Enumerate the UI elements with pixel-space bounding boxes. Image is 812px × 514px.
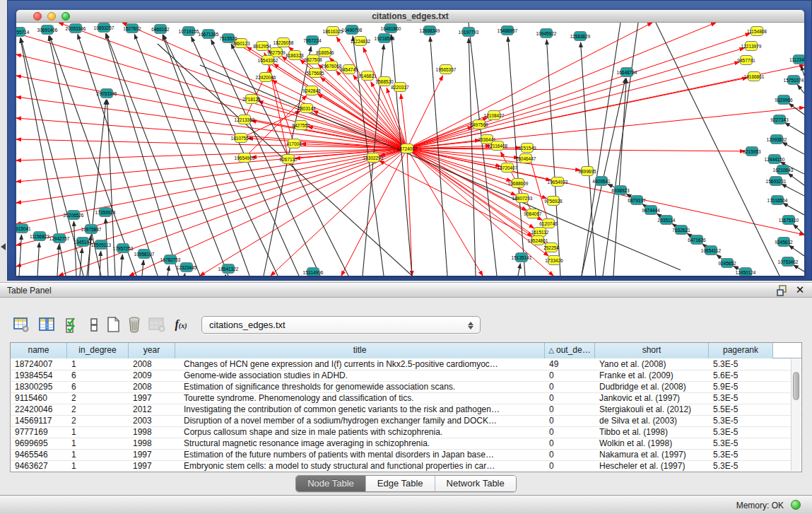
table-row[interactable]: 946554611997Estimation of the future num…: [11, 450, 801, 461]
table-cell[interactable]: 0: [545, 393, 595, 404]
table-cell[interactable]: 0: [545, 450, 595, 460]
network-node[interactable]: 10688609: [508, 179, 529, 188]
table-cell[interactable]: 1998: [129, 427, 175, 438]
table-cell[interactable]: 2008: [129, 359, 175, 370]
table-cell[interactable]: 9465546: [11, 450, 67, 460]
table-cell[interactable]: 9699695: [11, 438, 67, 449]
table-cell[interactable]: Estimation of significance thresholds fo…: [175, 382, 545, 392]
network-node[interactable]: 10197793: [459, 28, 479, 37]
network-node[interactable]: 10654112: [701, 246, 722, 255]
network-node[interactable]: 10719155: [179, 27, 199, 36]
network-node[interactable]: 1345194: [73, 238, 92, 247]
table-cell[interactable]: 0: [545, 427, 595, 438]
network-node[interactable]: 6120746: [539, 219, 558, 228]
table-row[interactable]: 1830029562008Estimation of significance …: [11, 382, 801, 393]
network-node[interactable]: 8267110: [280, 155, 298, 164]
tab-node-table[interactable]: Node Table: [296, 476, 366, 491]
network-node[interactable]: 9329966: [775, 95, 793, 105]
network-node[interactable]: 9457791: [737, 56, 755, 65]
table-cell[interactable]: Corpus callosum shape and size in male p…: [175, 427, 545, 438]
network-node[interactable]: 12444150: [765, 155, 785, 164]
network-node[interactable]: 8186328: [286, 51, 304, 60]
table-cell[interactable]: Tourette syndrome. Phenomenology and cla…: [175, 393, 545, 404]
network-node[interactable]: 11583829: [570, 32, 591, 41]
network-node[interactable]: 11123450: [789, 55, 804, 64]
network-node[interactable]: 1733426: [545, 256, 563, 265]
network-node[interactable]: 8454749: [340, 65, 358, 74]
column-header-title[interactable]: title: [175, 343, 545, 358]
network-node[interactable]: 12668349: [420, 26, 440, 35]
table-cell[interactable]: 0: [545, 370, 595, 381]
network-node[interactable]: 10975887: [81, 225, 102, 234]
network-node[interactable]: 9227343: [770, 115, 789, 124]
column-header-out_de[interactable]: △out_de…: [545, 343, 595, 358]
network-node[interactable]: 8427552: [292, 121, 310, 130]
column-header-short[interactable]: short: [595, 343, 709, 358]
network-node[interactable]: 18541322: [218, 264, 239, 274]
table-cell[interactable]: 0: [545, 382, 595, 392]
table-row[interactable]: 1872400712008Changes of HCN gene express…: [11, 359, 801, 370]
table-cell[interactable]: 1: [67, 427, 129, 438]
table-cell[interactable]: 18300295: [11, 382, 67, 392]
table-cell[interactable]: Estimation of the future numbers of pati…: [175, 450, 545, 460]
table-cell[interactable]: 5.5E-5: [709, 404, 773, 415]
network-node[interactable]: 8220317: [391, 83, 409, 92]
network-node[interactable]: 15693231: [766, 177, 787, 186]
table-cell[interactable]: 22420046: [11, 404, 67, 415]
column-header-year[interactable]: year: [129, 343, 175, 358]
column-header-pagerank[interactable]: pagerank: [709, 343, 773, 358]
network-node[interactable]: 6471626: [688, 235, 706, 245]
network-node[interactable]: 2935114: [658, 216, 676, 225]
network-node[interactable]: 9899695: [578, 167, 596, 176]
table-cell[interactable]: 2: [67, 393, 129, 404]
network-node[interactable]: 3915041: [16, 224, 31, 233]
table-cell[interactable]: 1: [67, 359, 129, 370]
table-cell[interactable]: 9463627: [11, 461, 67, 472]
table-cell[interactable]: 49: [545, 359, 595, 370]
table-cell[interactable]: 5.9E-5: [709, 382, 773, 392]
network-node[interactable]: 18616325: [323, 27, 343, 36]
table-cell[interactable]: 5.3E-5: [709, 359, 773, 370]
table-cell[interactable]: 14569117: [11, 416, 67, 426]
network-node[interactable]: 10653257: [94, 23, 114, 33]
network-node[interactable]: 8938923: [611, 186, 630, 195]
network-node[interactable]: 252254: [543, 243, 559, 252]
network-window-titlebar[interactable]: citations_edges.txt: [16, 10, 804, 23]
table-row[interactable]: 2242004622012Investigating the contribut…: [11, 404, 801, 416]
table-cell[interactable]: Hescheler et al. (1997): [595, 461, 709, 472]
network-node[interactable]: 6466162: [151, 25, 170, 34]
table-cell[interactable]: 6: [67, 382, 129, 392]
table-row[interactable]: 911546021997Tourette syndrome. Phenomeno…: [11, 393, 801, 404]
network-node[interactable]: 2718126: [242, 95, 261, 104]
network-node[interactable]: 12108427: [484, 111, 505, 120]
network-node[interactable]: 16461860: [381, 24, 401, 33]
close-icon[interactable]: ✕: [794, 284, 806, 296]
table-cell[interactable]: Wolkin et al. (1998): [595, 438, 709, 449]
function-builder-icon[interactable]: f(x): [171, 315, 191, 334]
network-node[interactable]: 10753462: [778, 257, 799, 267]
unselect-all-icon[interactable]: [84, 315, 104, 334]
table-cell[interactable]: 5.3E-5: [709, 438, 773, 449]
table-cell[interactable]: de Silva et al. (2003): [595, 416, 709, 426]
network-node[interactable]: 12093832: [767, 135, 787, 144]
network-node[interactable]: 30691406: [37, 25, 58, 35]
table-cell[interactable]: 1997: [129, 450, 175, 460]
network-node[interactable]: 11156823: [30, 232, 49, 241]
network-node[interactable]: 5175685: [306, 69, 324, 78]
network-canvas[interactable]: 1872400798601238912954182260589827509165…: [16, 23, 804, 276]
table-cell[interactable]: 2008: [129, 382, 175, 392]
network-node[interactable]: 15314996: [303, 268, 324, 276]
network-node[interactable]: 7632621: [672, 226, 690, 235]
table-cell[interactable]: 5.6E-5: [709, 370, 773, 381]
table-select-dropdown[interactable]: citations_edges.txt: [201, 316, 481, 334]
table-cell[interactable]: 2: [67, 416, 129, 426]
vertical-scrollbar[interactable]: [791, 359, 801, 471]
network-node[interactable]: 9151549: [518, 144, 536, 153]
network-node[interactable]: 19166861: [744, 72, 765, 81]
network-node[interactable]: 417004: [286, 139, 302, 148]
network-node[interactable]: 17016504: [767, 196, 788, 205]
network-node[interactable]: 6879197: [628, 196, 646, 205]
network-node[interactable]: 10945922: [536, 29, 557, 38]
network-node[interactable]: 16648784: [617, 68, 637, 77]
network-node[interactable]: 7957224: [303, 36, 322, 45]
